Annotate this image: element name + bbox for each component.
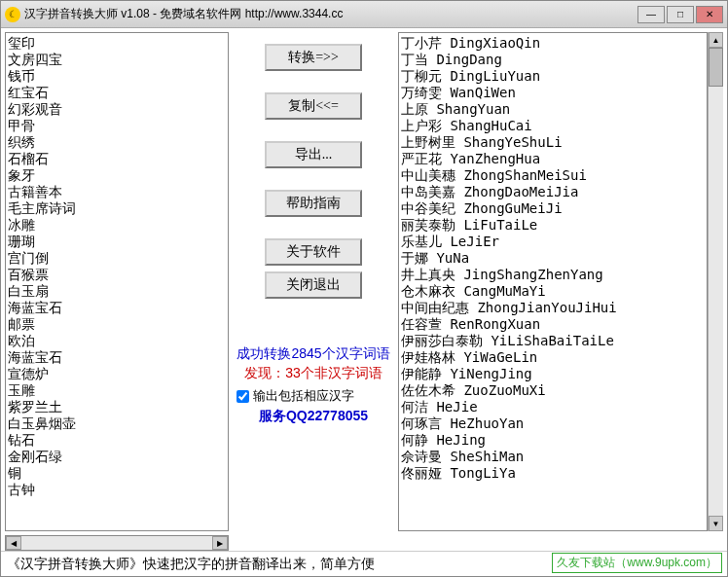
- app-window: ☾ 汉字拼音转换大师 v1.08 - 免费域名软件网 http://www.33…: [0, 0, 728, 577]
- list-item: 古籍善本: [8, 184, 226, 200]
- list-item: 紫罗兰土: [8, 399, 226, 415]
- input-text-panel[interactable]: 玺印文房四宝钱币红宝石幻彩观音甲骨织绣石榴石象牙古籍善本毛主席诗词冰雕珊瑚宫门倒…: [5, 32, 229, 531]
- output-text-panel[interactable]: 丁小芹 DingXiaoQin丁当 DingDang丁柳元 DingLiuYua…: [398, 32, 708, 531]
- list-item: 海蓝宝石: [8, 349, 226, 366]
- list-item: 严正花 YanZhengHua: [401, 151, 705, 167]
- exit-button[interactable]: 关闭退出: [265, 271, 362, 299]
- list-item: 宫门倒: [8, 250, 226, 267]
- list-item: 百猴票: [8, 267, 226, 283]
- list-item: 中山美穗 ZhongShanMeiSui: [401, 167, 705, 184]
- list-item: 何洁 HeJie: [401, 399, 705, 415]
- list-item: 佘诗曼 SheShiMan: [401, 449, 705, 465]
- list-item: 白玉鼻烟壶: [8, 415, 226, 432]
- list-item: 冰雕: [8, 217, 226, 234]
- help-button[interactable]: 帮助指南: [265, 190, 362, 217]
- list-item: 幻彩观音: [8, 101, 226, 118]
- scroll-right-icon[interactable]: ▶: [212, 536, 228, 550]
- list-item: 仓木麻衣 CangMuMaYi: [401, 283, 705, 300]
- list-item: 象牙: [8, 167, 226, 184]
- list-item: 伊娃格林 YiWaGeLin: [401, 349, 705, 366]
- list-item: 丁柳元 DingLiuYuan: [401, 68, 705, 85]
- list-item: 何琢言 HeZhuoYan: [401, 415, 705, 432]
- list-item: 铜: [8, 465, 226, 482]
- list-item: 织绣: [8, 134, 226, 151]
- list-item: 玉雕: [8, 382, 226, 399]
- app-icon: ☾: [5, 7, 20, 22]
- list-item: 文房四宝: [8, 52, 226, 68]
- output-hanzi-label: 输出包括相应汉字: [253, 386, 354, 406]
- copy-button[interactable]: 复制<<=: [265, 92, 362, 120]
- output-hanzi-checkbox[interactable]: [237, 390, 249, 403]
- list-item: 珊瑚: [8, 234, 226, 250]
- list-item: 钻石: [8, 432, 226, 449]
- list-item: 佐佐木希 ZuoZuoMuXi: [401, 382, 705, 399]
- watermark: 久友下载站（www.9upk.com）: [552, 553, 722, 573]
- list-item: 中谷美纪 ZhongGuMeiJi: [401, 200, 705, 217]
- status-success: 成功转换2845个汉字词语: [237, 343, 389, 363]
- main-content: 玺印文房四宝钱币红宝石幻彩观音甲骨织绣石榴石象牙古籍善本毛主席诗词冰雕珊瑚宫门倒…: [1, 28, 727, 535]
- list-item: 钱币: [8, 68, 226, 85]
- list-item: 伊能静 YiNengJing: [401, 366, 705, 382]
- list-item: 伊丽莎白泰勒 YiLiShaBaiTaiLe: [401, 333, 705, 349]
- list-item: 玺印: [8, 35, 226, 52]
- close-window-button[interactable]: ✕: [696, 6, 723, 23]
- list-item: 丁当 DingDang: [401, 52, 705, 68]
- control-panel: 转换=>> 复制<<= 导出... 帮助指南 关于软件 关闭退出 成功转换284…: [231, 32, 396, 531]
- list-item: 乐基儿 LeJiEr: [401, 234, 705, 250]
- output-scrollbar[interactable]: ▲ ▼: [708, 32, 723, 531]
- list-item: 海蓝宝石: [8, 300, 226, 316]
- list-item: 上户彩 ShangHuCai: [401, 118, 705, 134]
- scroll-thumb[interactable]: [709, 48, 723, 87]
- service-qq: 服务QQ22778055: [237, 406, 389, 425]
- export-button[interactable]: 导出...: [265, 141, 362, 168]
- output-hanzi-checkbox-row[interactable]: 输出包括相应汉字: [237, 386, 389, 406]
- list-item: 古钟: [8, 482, 226, 498]
- list-item: 井上真央 JingShangZhenYang: [401, 267, 705, 283]
- scroll-down-icon[interactable]: ▼: [709, 516, 723, 531]
- list-item: 何静 HeJing: [401, 432, 705, 449]
- list-item: 万绮雯 WanQiWen: [401, 85, 705, 101]
- list-item: 宣德炉: [8, 366, 226, 382]
- list-item: 丽芙泰勒 LiFuTaiLe: [401, 217, 705, 234]
- status-found: 发现：33个非汉字词语: [237, 363, 389, 382]
- window-controls: — □ ✕: [637, 6, 723, 23]
- list-item: 甲骨: [8, 118, 226, 134]
- list-item: 欧泊: [8, 333, 226, 349]
- window-title: 汉字拼音转换大师 v1.08 - 免费域名软件网 http://www.3344…: [24, 6, 637, 22]
- list-item: 石榴石: [8, 151, 226, 167]
- list-item: 红宝石: [8, 85, 226, 101]
- status-bar-text: 《汉字拼音转换大师》快速把汉字的拼音翻译出来，简单方便: [7, 556, 375, 573]
- input-hscrollbar[interactable]: ◀ ▶: [5, 535, 229, 551]
- about-button[interactable]: 关于软件: [265, 238, 362, 266]
- list-item: 中间由纪惠 ZhongJianYouJiHui: [401, 300, 705, 316]
- list-item: 白玉扇: [8, 283, 226, 300]
- minimize-button[interactable]: —: [637, 6, 665, 23]
- titlebar: ☾ 汉字拼音转换大师 v1.08 - 免费域名软件网 http://www.33…: [1, 1, 727, 28]
- list-item: 邮票: [8, 316, 226, 333]
- status-area: 成功转换2845个汉字词语 发现：33个非汉字词语 输出包括相应汉字 服务QQ2…: [237, 343, 389, 425]
- list-item: 上野树里 ShangYeShuLi: [401, 134, 705, 151]
- list-item: 丁小芹 DingXiaoQin: [401, 35, 705, 52]
- list-item: 任容萱 RenRongXuan: [401, 316, 705, 333]
- convert-button[interactable]: 转换=>>: [265, 44, 362, 71]
- list-item: 于娜 YuNa: [401, 250, 705, 267]
- list-item: 毛主席诗词: [8, 200, 226, 217]
- list-item: 中岛美嘉 ZhongDaoMeiJia: [401, 184, 705, 200]
- scroll-left-icon[interactable]: ◀: [6, 536, 21, 550]
- maximize-button[interactable]: □: [667, 6, 694, 23]
- list-item: 金刚石绿: [8, 449, 226, 465]
- scroll-up-icon[interactable]: ▲: [709, 32, 723, 48]
- list-item: 佟丽娅 TongLiYa: [401, 465, 705, 482]
- list-item: 上原 ShangYuan: [401, 101, 705, 118]
